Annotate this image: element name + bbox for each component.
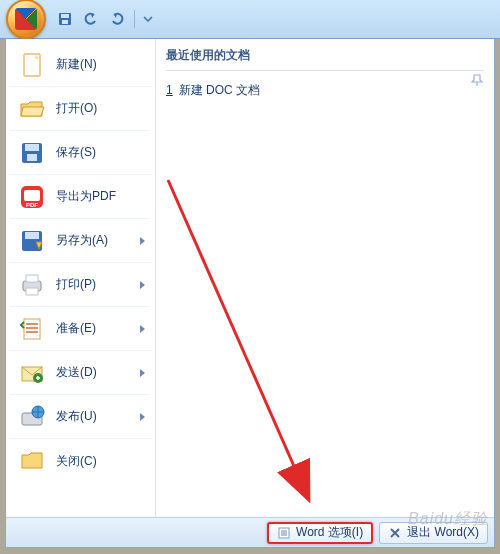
- menu-item-label: 保存(S): [56, 144, 96, 161]
- menu-item-label: 新建(N): [56, 56, 97, 73]
- menu-item-label: 发送(D): [56, 364, 97, 381]
- chevron-right-icon: [140, 281, 145, 289]
- svg-rect-13: [26, 275, 38, 282]
- save-disk-icon: [16, 137, 48, 169]
- divider: [166, 70, 484, 71]
- menu-item-label: 另存为(A): [56, 232, 108, 249]
- menu-left-column: 新建(N) 打开(O) 保存(S) PDF 导出为PDF: [6, 39, 156, 517]
- chevron-right-icon: [140, 325, 145, 333]
- menu-item-save-as[interactable]: 另存为(A): [10, 219, 151, 263]
- word-options-label: Word 选项(I): [296, 524, 363, 541]
- qat-undo-button[interactable]: [80, 8, 102, 30]
- qat-separator: [134, 10, 135, 28]
- svg-rect-2: [62, 20, 68, 24]
- new-file-icon: [16, 49, 48, 81]
- menu-item-send[interactable]: 发送(D): [10, 351, 151, 395]
- menu-item-open[interactable]: 打开(O): [10, 87, 151, 131]
- menu-item-publish[interactable]: 发布(U): [10, 395, 151, 439]
- qat-save-button[interactable]: [54, 8, 76, 30]
- undo-icon: [83, 11, 99, 27]
- pin-icon[interactable]: [470, 73, 484, 90]
- save-icon: [57, 11, 73, 27]
- close-folder-icon: [16, 445, 48, 477]
- recent-document-item[interactable]: 1 新建 DOC 文档: [166, 79, 484, 101]
- menu-item-label: 打开(O): [56, 100, 97, 117]
- redo-icon: [109, 11, 125, 27]
- svg-rect-14: [26, 288, 38, 295]
- menu-footer: Word 选项(I) 退出 Word(X): [6, 517, 494, 547]
- prepare-icon: [16, 313, 48, 345]
- exit-word-button[interactable]: 退出 Word(X): [379, 522, 488, 544]
- chevron-right-icon: [140, 237, 145, 245]
- office-button[interactable]: [6, 0, 46, 39]
- quick-access-toolbar: [54, 8, 155, 30]
- recent-item-number: 1: [166, 83, 173, 97]
- recent-item-label: 新建 DOC 文档: [179, 82, 260, 99]
- menu-item-label: 发布(U): [56, 408, 97, 425]
- recent-documents-panel: 最近使用的文档 1 新建 DOC 文档: [156, 39, 494, 517]
- office-menu-panel: 新建(N) 打开(O) 保存(S) PDF 导出为PDF: [5, 39, 495, 548]
- send-mail-icon: [16, 357, 48, 389]
- menu-item-new[interactable]: 新建(N): [10, 43, 151, 87]
- chevron-down-icon: [143, 14, 153, 24]
- exit-word-label: 退出 Word(X): [407, 524, 479, 541]
- open-folder-icon: [16, 93, 48, 125]
- chevron-right-icon: [140, 369, 145, 377]
- publish-globe-icon: [16, 401, 48, 433]
- word-options-button[interactable]: Word 选项(I): [267, 522, 373, 544]
- save-as-icon: [16, 225, 48, 257]
- menu-body: 新建(N) 打开(O) 保存(S) PDF 导出为PDF: [6, 39, 494, 517]
- svg-rect-1: [61, 14, 69, 18]
- svg-rect-5: [25, 144, 39, 151]
- svg-rect-11: [25, 232, 39, 239]
- qat-customize-dropdown[interactable]: [141, 14, 155, 24]
- svg-rect-8: [24, 190, 40, 201]
- svg-rect-15: [24, 319, 40, 339]
- menu-item-prepare[interactable]: 准备(E): [10, 307, 151, 351]
- options-icon: [277, 526, 291, 540]
- menu-item-close[interactable]: 关闭(C): [10, 439, 151, 483]
- menu-item-label: 打印(P): [56, 276, 96, 293]
- chevron-right-icon: [140, 413, 145, 421]
- menu-item-label: 导出为PDF: [56, 188, 116, 205]
- title-bar: [0, 0, 500, 39]
- menu-item-label: 关闭(C): [56, 453, 97, 470]
- menu-item-export-pdf[interactable]: PDF 导出为PDF: [10, 175, 151, 219]
- qat-redo-button[interactable]: [106, 8, 128, 30]
- menu-item-save[interactable]: 保存(S): [10, 131, 151, 175]
- svg-text:PDF: PDF: [26, 202, 38, 208]
- svg-rect-6: [27, 154, 37, 161]
- pdf-icon: PDF: [16, 181, 48, 213]
- close-icon: [388, 526, 402, 540]
- printer-icon: [16, 269, 48, 301]
- recent-documents-title: 最近使用的文档: [166, 47, 484, 64]
- menu-item-print[interactable]: 打印(P): [10, 263, 151, 307]
- menu-item-label: 准备(E): [56, 320, 96, 337]
